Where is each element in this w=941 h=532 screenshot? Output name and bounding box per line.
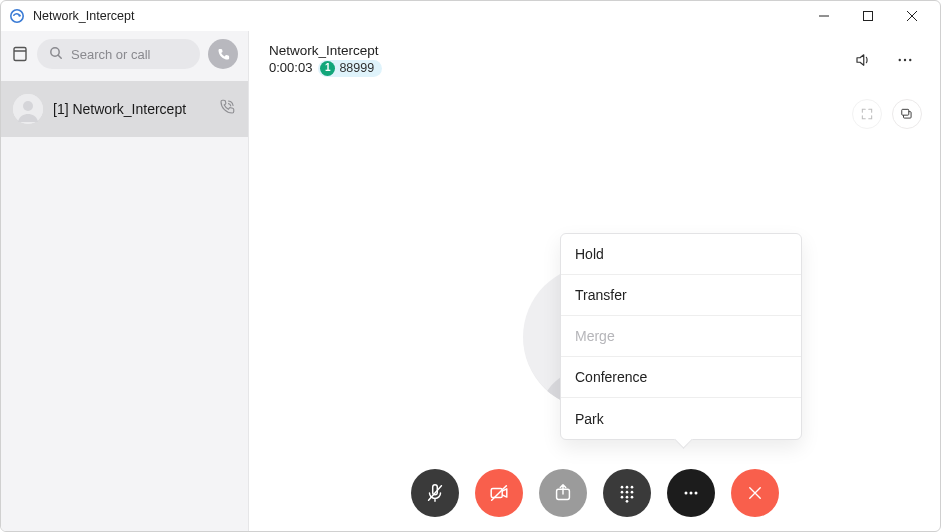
sidebar-top: Search or call: [1, 39, 248, 81]
svg-point-17: [625, 486, 628, 489]
pop-out-button[interactable]: [892, 99, 922, 129]
call-name: Network_Intercept: [269, 43, 382, 59]
app-icon: [9, 8, 25, 24]
badge-count: 1: [320, 61, 335, 76]
menu-label: Merge: [575, 328, 615, 344]
svg-point-26: [684, 492, 687, 495]
badge-number: 88999: [339, 61, 374, 76]
dialpad-button[interactable]: [603, 469, 651, 517]
menu-label: Park: [575, 411, 604, 427]
svg-point-6: [23, 101, 33, 111]
svg-point-16: [620, 486, 623, 489]
menu-label: Transfer: [575, 287, 627, 303]
sidebar-call-label: [1] Network_Intercept: [53, 101, 208, 117]
svg-point-28: [694, 492, 697, 495]
menu-item-conference[interactable]: Conference: [561, 357, 801, 398]
svg-point-8: [904, 59, 906, 61]
svg-point-27: [689, 492, 692, 495]
svg-rect-2: [864, 12, 873, 21]
maximize-button[interactable]: [846, 2, 890, 30]
main-header: Network_Intercept 0:00:03 1 88999: [249, 31, 940, 89]
app-window: Network_Intercept Search or call: [0, 0, 941, 532]
phone-icon: [218, 98, 236, 120]
svg-point-7: [899, 59, 901, 61]
svg-point-24: [630, 496, 633, 499]
svg-point-22: [620, 496, 623, 499]
svg-point-19: [620, 491, 623, 494]
call-more-button[interactable]: [667, 469, 715, 517]
call-sub: 0:00:03 1 88999: [269, 60, 382, 77]
search-icon: [49, 46, 63, 63]
svg-point-20: [625, 491, 628, 494]
svg-point-1: [18, 14, 20, 16]
dial-button[interactable]: [208, 39, 238, 69]
menu-label: Conference: [575, 369, 647, 385]
titlebar: Network_Intercept: [1, 1, 940, 31]
call-badge: 1 88999: [318, 60, 382, 77]
hangup-button[interactable]: [731, 469, 779, 517]
svg-point-21: [630, 491, 633, 494]
search-input[interactable]: Search or call: [37, 39, 200, 69]
history-icon[interactable]: [11, 45, 29, 63]
mute-button[interactable]: [411, 469, 459, 517]
close-window-button[interactable]: [890, 2, 934, 30]
minimize-button[interactable]: [802, 2, 846, 30]
sidebar: Search or call [1] Network_Intercept: [1, 31, 249, 531]
sidebar-call-item[interactable]: [1] Network_Intercept: [1, 81, 248, 137]
call-controls: [249, 469, 940, 517]
window-title: Network_Intercept: [33, 9, 134, 23]
call-options-menu: Hold Transfer Merge Conference Park: [560, 233, 802, 440]
avatar-small: [13, 94, 43, 124]
menu-item-merge: Merge: [561, 316, 801, 357]
share-button[interactable]: [539, 469, 587, 517]
svg-rect-11: [902, 109, 909, 115]
audio-output-button[interactable]: [848, 45, 878, 75]
menu-item-park[interactable]: Park: [561, 398, 801, 439]
svg-point-25: [625, 500, 628, 503]
menu-item-hold[interactable]: Hold: [561, 234, 801, 275]
menu-item-transfer[interactable]: Transfer: [561, 275, 801, 316]
svg-point-23: [625, 496, 628, 499]
svg-point-0: [11, 10, 23, 22]
search-placeholder: Search or call: [71, 47, 150, 62]
svg-rect-3: [14, 48, 26, 61]
body: Search or call [1] Network_Intercept: [1, 31, 940, 531]
call-duration: 0:00:03: [269, 60, 312, 76]
main-panel: Network_Intercept 0:00:03 1 88999: [249, 31, 940, 531]
fullscreen-button[interactable]: [852, 99, 882, 129]
video-off-button[interactable]: [475, 469, 523, 517]
mini-controls: [852, 99, 922, 129]
more-button[interactable]: [890, 45, 920, 75]
menu-label: Hold: [575, 246, 604, 262]
svg-point-18: [630, 486, 633, 489]
svg-point-9: [909, 59, 911, 61]
call-meta: Network_Intercept 0:00:03 1 88999: [269, 43, 382, 76]
